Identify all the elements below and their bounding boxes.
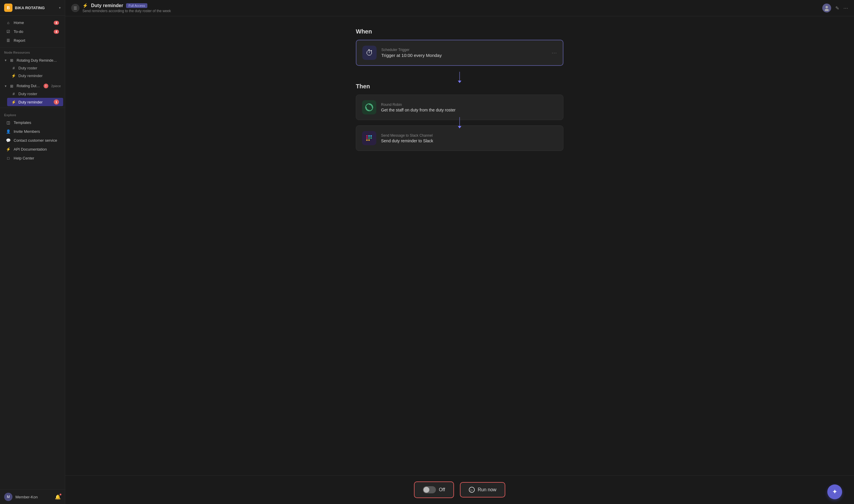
svg-rect-8 bbox=[370, 135, 372, 137]
svg-point-2 bbox=[366, 104, 373, 111]
trigger-info: Scheduler Trigger Trigger at 10:00 every… bbox=[381, 48, 547, 58]
sidebar-nav: ⌂ Home 4 ☑ To-do 4 ☰ Report bbox=[0, 16, 65, 48]
tree-item-duty-roster-2[interactable]: # Duty roster bbox=[7, 90, 63, 97]
sidebar-item-contact[interactable]: 💬 Contact customer service bbox=[2, 136, 63, 145]
when-label: When bbox=[356, 28, 564, 35]
tree-item-label: Duty reminder bbox=[18, 73, 43, 78]
lightning-icon: ⚡ bbox=[11, 73, 16, 78]
action-value: Get the staff on duty from the duty rost… bbox=[381, 108, 557, 112]
action-info-slack: Send Message to Slack Channel Send duty … bbox=[381, 133, 557, 143]
sidebar-item-label: Report bbox=[14, 38, 25, 43]
tree-item-duty-roster-1[interactable]: # Duty roster bbox=[7, 64, 63, 72]
tree-item-duty-reminder-2[interactable]: ⚡ Duty reminder 1 bbox=[7, 98, 63, 106]
collapse-icon: ▼ bbox=[4, 85, 7, 88]
sidebar-item-todo[interactable]: ☑ To-do 4 bbox=[2, 27, 63, 36]
run-now-button[interactable]: ▷ Run now bbox=[460, 482, 505, 498]
bell-wrap[interactable]: 🔔 bbox=[55, 494, 61, 500]
sidebar-item-label: Help Center bbox=[14, 156, 34, 160]
page-title: Duty reminder bbox=[91, 3, 123, 8]
svg-rect-9 bbox=[370, 137, 372, 139]
trigger-icon-wrap: ⏱ bbox=[362, 46, 377, 60]
todo-badge: 4 bbox=[54, 30, 59, 34]
toggle-button[interactable]: Off bbox=[414, 482, 454, 498]
home-badge: 4 bbox=[54, 21, 59, 25]
action-info-round-robin: Round Robin Get the staff on duty from t… bbox=[381, 103, 557, 112]
hash-icon: # bbox=[11, 66, 16, 70]
trigger-menu-icon[interactable]: ⋯ bbox=[552, 50, 557, 56]
connector-arrow bbox=[458, 126, 461, 128]
group-error-badge: ! bbox=[43, 84, 48, 88]
toggle-switch bbox=[423, 486, 436, 493]
bottom-bar: Off ▷ Run now ✦ bbox=[65, 475, 854, 504]
connector-line bbox=[459, 117, 460, 126]
tree-group-1-header[interactable]: ▼ ⊞ Rotating Duty Reminder(... 2piece bbox=[0, 57, 65, 64]
tree-group-label: Rotating Duty Reminder(... 2piece bbox=[17, 58, 58, 62]
action-card-slack[interactable]: Send Message to Slack Channel Send duty … bbox=[356, 125, 564, 151]
section-connector bbox=[356, 72, 564, 83]
topbar-title-row: ⚡ Duty reminder Full Access bbox=[83, 3, 819, 8]
title-lightning-icon: ⚡ bbox=[83, 3, 88, 8]
help-icon: □ bbox=[6, 156, 11, 160]
topbar-actions: ✎ ⋯ bbox=[822, 3, 848, 13]
user-profile-avatar[interactable] bbox=[822, 3, 831, 13]
svg-point-1 bbox=[825, 9, 829, 11]
sidebar-item-help[interactable]: □ Help Center bbox=[2, 154, 63, 162]
topbar: ☰ ⚡ Duty reminder Full Access Send remin… bbox=[65, 0, 854, 16]
group-pieces: 2piece bbox=[51, 84, 61, 88]
svg-point-0 bbox=[825, 6, 828, 8]
connector-line bbox=[459, 72, 460, 80]
home-icon: ⌂ bbox=[6, 20, 11, 25]
sidebar-item-home[interactable]: ⌂ Home 4 bbox=[2, 18, 63, 27]
toggle-label: Off bbox=[439, 487, 445, 492]
tree-group-2-header[interactable]: ▼ ⊞ Rotating Duty Remin... ! 2piece bbox=[0, 82, 65, 90]
org-avatar: B bbox=[4, 3, 13, 12]
sidebar: B BIKA ROTATING ▾ ⌂ Home 4 ☑ To-do 4 ☰ R… bbox=[0, 0, 65, 504]
flow-container: When ⏱ Scheduler Trigger Trigger at 10:0… bbox=[356, 28, 564, 151]
action-card-round-robin[interactable]: Round Robin Get the staff on duty from t… bbox=[356, 94, 564, 120]
sidebar-item-report[interactable]: ☰ Report bbox=[2, 36, 63, 45]
hash-icon: # bbox=[11, 92, 16, 96]
notification-dot bbox=[59, 493, 61, 496]
run-label: Run now bbox=[478, 487, 496, 492]
tree-item-label: Duty reminder bbox=[18, 100, 43, 104]
svg-rect-11 bbox=[368, 139, 370, 141]
sidebar-item-label: API Documentation bbox=[14, 147, 47, 151]
tree-group-2-children: # Duty roster ⚡ Duty reminder 1 bbox=[0, 90, 65, 106]
sidebar-item-label: Templates bbox=[14, 120, 31, 125]
tree-group-1-children: # Duty roster ⚡ Duty reminder bbox=[0, 64, 65, 79]
fab-icon: ✦ bbox=[832, 488, 837, 496]
canvas: When ⏱ Scheduler Trigger Trigger at 10:0… bbox=[65, 16, 854, 475]
fab-button[interactable]: ✦ bbox=[827, 484, 842, 499]
grid-icon: ⊞ bbox=[10, 84, 14, 88]
sidebar-item-templates[interactable]: ◫ Templates bbox=[2, 118, 63, 127]
sidebar-item-label: To-do bbox=[14, 29, 23, 34]
toggle-knob bbox=[424, 487, 429, 493]
tree-group-2: ▼ ⊞ Rotating Duty Remin... ! 2piece # Du… bbox=[0, 81, 65, 108]
sidebar-item-label: Home bbox=[14, 20, 24, 25]
main-content: ☰ ⚡ Duty reminder Full Access Send remin… bbox=[65, 0, 854, 504]
page-subtitle: Send reminders according to the duty ros… bbox=[83, 9, 819, 13]
sidebar-footer: M Member-Kon 🔔 bbox=[0, 489, 65, 504]
svg-rect-6 bbox=[366, 135, 368, 137]
more-options-icon[interactable]: ⋯ bbox=[843, 5, 848, 11]
list-toggle-button[interactable]: ☰ bbox=[71, 4, 79, 12]
slack-svg bbox=[365, 134, 374, 143]
chat-icon: 💬 bbox=[6, 138, 11, 143]
tree-group-label: Rotating Duty Remin... bbox=[17, 84, 41, 88]
tree-item-duty-reminder-1[interactable]: ⚡ Duty reminder bbox=[7, 72, 63, 79]
slack-icon-wrap bbox=[362, 131, 376, 145]
run-icon: ▷ bbox=[469, 487, 475, 493]
sidebar-item-api[interactable]: ⚡ API Documentation bbox=[2, 145, 63, 154]
sidebar-item-invite[interactable]: 👤 Invite Members bbox=[2, 127, 63, 136]
sidebar-header[interactable]: B BIKA ROTATING ▾ bbox=[0, 0, 65, 16]
trigger-card[interactable]: ⏱ Scheduler Trigger Trigger at 10:00 eve… bbox=[356, 40, 564, 66]
round-robin-icon-wrap bbox=[362, 100, 376, 114]
tree-item-label: Duty roster bbox=[18, 92, 37, 96]
item-error-badge: 1 bbox=[54, 99, 59, 105]
sidebar-item-label: Contact customer service bbox=[14, 138, 57, 143]
svg-rect-12 bbox=[366, 139, 368, 141]
user-name: Member-Kon bbox=[15, 495, 52, 499]
edit-icon[interactable]: ✎ bbox=[835, 5, 839, 11]
explore-section: Explore ◫ Templates 👤 Invite Members 💬 C… bbox=[0, 108, 65, 165]
tree-group-1: ▼ ⊞ Rotating Duty Reminder(... 2piece # … bbox=[0, 55, 65, 81]
